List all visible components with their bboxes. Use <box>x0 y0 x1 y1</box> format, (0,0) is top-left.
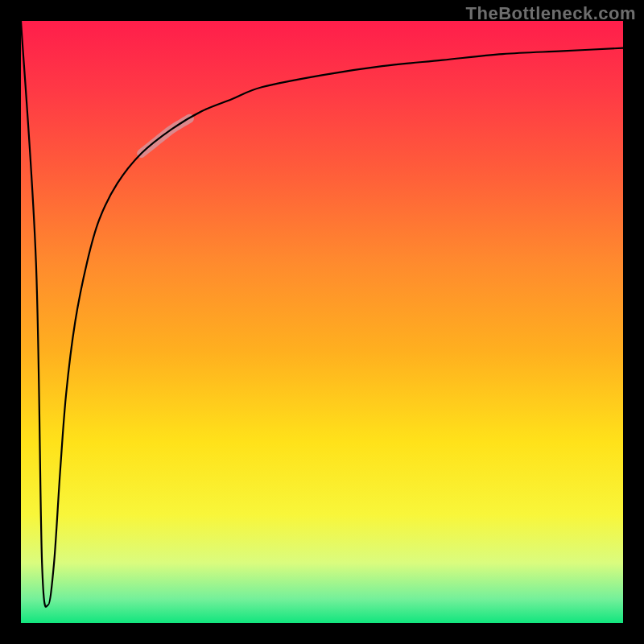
chart-frame: TheBottleneck.com <box>0 0 644 644</box>
plot-area <box>21 21 623 623</box>
curve-svg <box>21 21 623 623</box>
watermark-text: TheBottleneck.com <box>466 3 636 24</box>
curve-highlight-segment <box>142 118 190 153</box>
bottleneck-curve <box>21 21 623 607</box>
